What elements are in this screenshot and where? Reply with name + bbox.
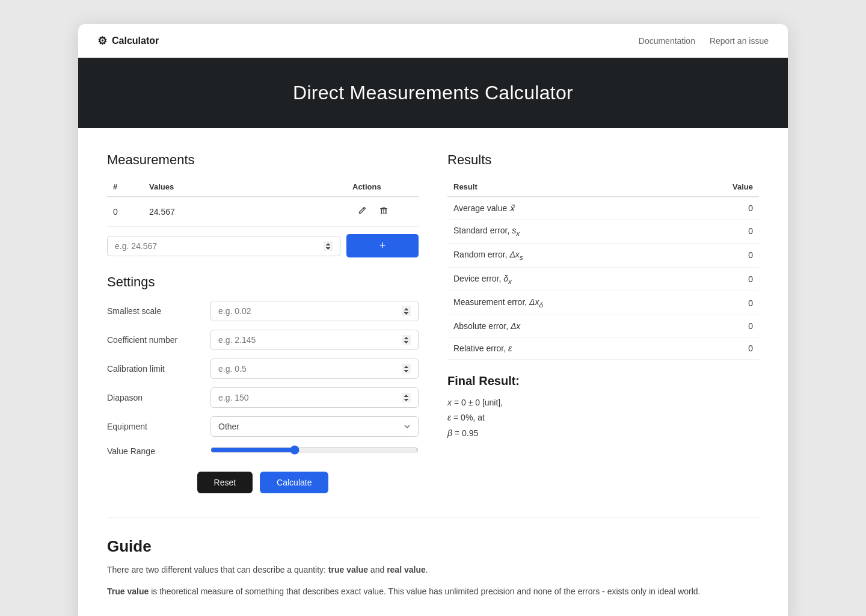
result-value: 0 <box>684 243 759 267</box>
results-title: Results <box>447 152 759 168</box>
smallest-scale-input[interactable] <box>210 301 419 321</box>
result-value: 0 <box>684 337 759 360</box>
svg-rect-2 <box>383 209 384 214</box>
result-value: 0 <box>684 220 759 244</box>
smallest-scale-row: Smallest scale <box>107 301 419 321</box>
value-range-slider[interactable] <box>210 445 419 455</box>
result-value: 0 <box>684 315 759 337</box>
delete-button[interactable] <box>374 203 393 220</box>
result-value: 0 <box>684 291 759 315</box>
settings-grid: Smallest scale Coefficient number Calibr… <box>107 301 419 457</box>
final-result-section: Final Result: x = 0 ± 0 [unit], ε = 0%, … <box>447 374 759 441</box>
hero-title: Direct Measurements Calculator <box>97 82 769 104</box>
result-label: Device error, δx <box>447 267 684 291</box>
app-window: ⚙ Calculator Documentation Report an iss… <box>78 24 788 616</box>
row-actions <box>346 197 419 227</box>
settings-title: Settings <box>107 274 419 290</box>
calculate-button[interactable]: Calculate <box>260 472 328 493</box>
equipment-label: Equipment <box>107 422 203 431</box>
col-header-actions: Actions <box>346 177 419 197</box>
result-value: 0 <box>684 267 759 291</box>
guide-bold-true-value: true value <box>328 565 368 574</box>
results-table: Result Value Average value x̄0Standard e… <box>447 177 759 360</box>
main-content: Measurements # Values Actions 0 <box>78 128 788 616</box>
action-buttons-row: Reset Calculate <box>107 472 419 493</box>
final-result-lines: x = 0 ± 0 [unit], ε = 0%, at β = 0.95 <box>447 395 759 441</box>
coefficient-number-label: Coefficient number <box>107 335 203 345</box>
result-label: Average value x̄ <box>447 197 684 220</box>
nav-links: Documentation Report an issue <box>639 36 769 46</box>
coefficient-number-row: Coefficient number <box>107 330 419 350</box>
row-index: 0 <box>107 197 143 227</box>
result-row: Absolute error, Δx0 <box>447 315 759 337</box>
equipment-row: Equipment Other Micrometer Caliper Ruler… <box>107 416 419 437</box>
final-result-line-2: ε <box>447 413 451 422</box>
result-row: Relative error, ε0 <box>447 337 759 360</box>
logo-text: Calculator <box>112 35 159 46</box>
final-result-line-1: x <box>447 398 452 407</box>
result-row: Device error, δx0 <box>447 267 759 291</box>
diapason-label: Diapason <box>107 393 203 402</box>
value-input[interactable] <box>107 236 340 256</box>
result-label: Random error, Δxs <box>447 243 684 267</box>
right-column: Results Result Value Average value x̄0St… <box>447 152 759 493</box>
diapason-input[interactable] <box>210 387 419 408</box>
navbar: ⚙ Calculator Documentation Report an iss… <box>78 24 788 58</box>
diapason-row: Diapason <box>107 387 419 408</box>
calibration-limit-label: Calibration limit <box>107 364 203 374</box>
left-column: Measurements # Values Actions 0 <box>107 152 419 493</box>
logo: ⚙ Calculator <box>97 34 159 48</box>
measurements-section: Measurements # Values Actions 0 <box>107 152 419 257</box>
result-row: Measurement error, Δxδ0 <box>447 291 759 315</box>
result-row: Standard error, sx0 <box>447 220 759 244</box>
guide-body: True value is theoretical measure of som… <box>107 585 759 599</box>
result-label: Measurement error, Δxδ <box>447 291 684 315</box>
results-col-result: Result <box>447 177 684 197</box>
result-label: Absolute error, Δx <box>447 315 684 337</box>
coefficient-number-input[interactable] <box>210 330 419 350</box>
result-row: Average value x̄0 <box>447 197 759 220</box>
measurements-table: # Values Actions 0 24.567 <box>107 177 419 227</box>
reset-button[interactable]: Reset <box>197 472 253 493</box>
col-header-values: Values <box>143 177 346 197</box>
value-range-slider-wrapper <box>210 445 419 457</box>
value-range-row: Value Range <box>107 445 419 457</box>
result-label: Standard error, sx <box>447 220 684 244</box>
equipment-select[interactable]: Other Micrometer Caliper Ruler Custom <box>210 416 419 437</box>
hero-banner: Direct Measurements Calculator <box>78 58 788 128</box>
guide-title: Guide <box>107 537 759 556</box>
settings-section: Settings Smallest scale Coefficient numb… <box>107 274 419 493</box>
result-label: Relative error, ε <box>447 337 684 360</box>
report-issue-link[interactable]: Report an issue <box>710 36 769 46</box>
result-value: 0 <box>684 197 759 220</box>
measurements-title: Measurements <box>107 152 419 168</box>
two-column-layout: Measurements # Values Actions 0 <box>107 152 759 493</box>
table-row: 0 24.567 <box>107 197 419 227</box>
documentation-link[interactable]: Documentation <box>639 36 695 46</box>
row-value: 24.567 <box>143 197 346 227</box>
result-row: Random error, Δxs0 <box>447 243 759 267</box>
guide-true-value-term: True value <box>107 587 149 596</box>
guide-bold-real-value: real value <box>387 565 426 574</box>
logo-icon: ⚙ <box>97 34 107 48</box>
add-button[interactable]: + <box>346 234 419 257</box>
final-result-line-3: β <box>447 428 452 438</box>
value-range-label: Value Range <box>107 446 203 456</box>
calibration-limit-row: Calibration limit <box>107 359 419 379</box>
col-header-hash: # <box>107 177 143 197</box>
guide-intro: There are two different values that can … <box>107 563 759 576</box>
calibration-limit-input[interactable] <box>210 359 419 379</box>
smallest-scale-label: Smallest scale <box>107 306 203 316</box>
results-col-value: Value <box>684 177 759 197</box>
edit-button[interactable] <box>352 203 372 220</box>
guide-section: Guide There are two different values tha… <box>107 517 759 599</box>
final-result-title: Final Result: <box>447 374 759 388</box>
add-measurement-row: + <box>107 234 419 257</box>
